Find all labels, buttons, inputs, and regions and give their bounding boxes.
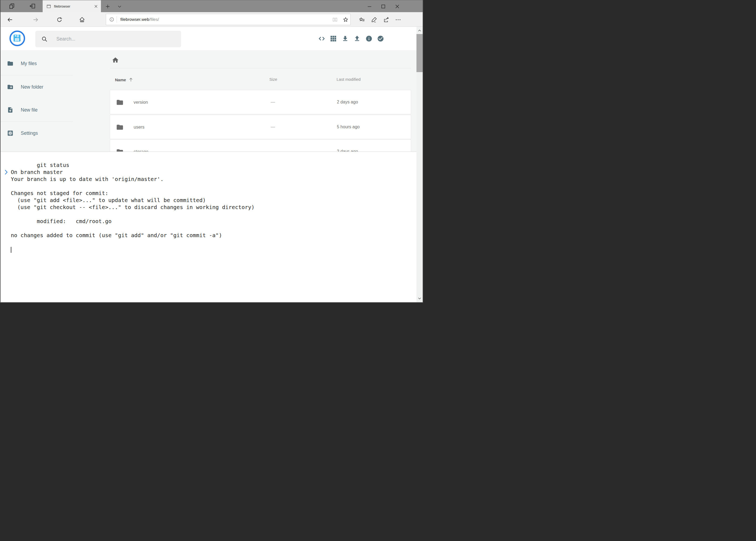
sidebar-item-label: New folder xyxy=(21,84,44,90)
folder-icon xyxy=(116,99,124,106)
terminal-line xyxy=(11,162,416,169)
web-note-pen-icon[interactable] xyxy=(371,16,377,23)
page-scrollbar[interactable] xyxy=(416,27,423,302)
url-path: /files/ xyxy=(149,17,159,22)
sidebar-item-new-file[interactable]: New file xyxy=(7,104,38,116)
address-separator xyxy=(117,16,117,23)
terminal-line: modified: cmd/root.go xyxy=(11,218,416,225)
sidebar-divider xyxy=(1,122,73,122)
prompt-chevron-icon xyxy=(4,155,37,189)
scroll-down-icon[interactable] xyxy=(417,296,422,300)
row-name: version xyxy=(133,90,148,114)
terminal-line: no changes added to commit (use "git add… xyxy=(11,232,416,239)
folder-icon xyxy=(7,60,14,67)
column-header-name[interactable]: Name xyxy=(115,77,133,82)
share-icon[interactable] xyxy=(383,16,389,23)
file-row-version[interactable]: version — 2 days ago xyxy=(110,90,411,114)
set-tabs-aside-icon[interactable] xyxy=(29,3,36,9)
row-size: — xyxy=(271,115,275,139)
tab-title: filebrowser xyxy=(54,5,94,8)
breadcrumb-divider xyxy=(110,68,411,68)
scrollbar-thumb[interactable] xyxy=(416,34,423,72)
address-bar[interactable]: filebrowser.web/files/ xyxy=(106,14,351,25)
minimize-button[interactable] xyxy=(364,0,376,12)
breadcrumb-home-icon[interactable] xyxy=(112,56,119,64)
back-icon[interactable] xyxy=(7,16,13,23)
page-icon xyxy=(46,4,51,9)
browser-window: filebrowser xyxy=(0,0,423,303)
column-label: Last modified xyxy=(337,77,361,82)
search-input[interactable] xyxy=(56,31,175,47)
terminal-line xyxy=(11,239,416,246)
row-size: — xyxy=(271,90,275,114)
code-view-icon[interactable] xyxy=(318,35,325,42)
row-name: users xyxy=(133,115,144,139)
grid-view-icon[interactable] xyxy=(330,35,337,42)
tab-bar: filebrowser xyxy=(1,0,423,12)
info-icon[interactable] xyxy=(366,35,373,42)
sidebar-item-settings[interactable]: Settings xyxy=(7,127,38,139)
terminal-line: (use "git add <file>..." to update what … xyxy=(11,197,416,204)
row-modified: 5 hours ago xyxy=(337,115,360,139)
file-row-users[interactable]: users — 5 hours ago xyxy=(110,115,411,139)
tab-close-icon[interactable] xyxy=(94,4,98,9)
hub-favorites-icon[interactable] xyxy=(359,16,365,23)
app-header xyxy=(1,27,416,50)
row-modified: 2 days ago xyxy=(337,90,358,114)
file-plus-icon xyxy=(7,107,14,113)
terminal-command-line: git status xyxy=(11,155,416,162)
gear-icon xyxy=(7,130,14,136)
upload-icon[interactable] xyxy=(354,35,361,42)
maximize-button[interactable] xyxy=(377,0,389,12)
download-icon[interactable] xyxy=(342,35,349,42)
terminal-line: On branch master xyxy=(11,169,416,176)
text-cursor xyxy=(11,247,11,253)
home-icon[interactable] xyxy=(79,16,85,23)
more-options-icon[interactable] xyxy=(395,16,401,23)
terminal-line xyxy=(11,211,416,218)
terminal-line: Changes not staged for commit: xyxy=(11,190,416,197)
tab-list-chevron-icon[interactable] xyxy=(116,0,124,12)
terminal-line xyxy=(11,225,416,232)
terminal-panel[interactable]: git status On branch master Your branch … xyxy=(1,152,416,302)
site-info-icon[interactable] xyxy=(109,17,115,22)
sidebar-divider xyxy=(1,75,73,75)
column-header-last-modified[interactable]: Last modified xyxy=(337,77,361,82)
column-label: Name xyxy=(115,78,126,82)
folder-icon xyxy=(116,124,124,131)
url-text: filebrowser.web/files/ xyxy=(121,17,159,22)
terminal-line: (use "git checkout -- <file>..." to disc… xyxy=(11,204,416,211)
column-header-size[interactable]: Size xyxy=(269,77,277,82)
sidebar-item-my-files[interactable]: My files xyxy=(7,58,37,69)
reading-view-icon[interactable] xyxy=(332,17,338,23)
select-check-icon[interactable] xyxy=(377,35,384,42)
terminal-line xyxy=(11,183,416,190)
favorite-star-icon[interactable] xyxy=(343,16,349,23)
terminal-line: Your branch is up to date with 'origin/m… xyxy=(11,176,416,183)
sidebar-item-label: Settings xyxy=(21,131,38,136)
new-tab-button[interactable] xyxy=(104,0,112,12)
sidebar-item-label: My files xyxy=(21,61,37,66)
close-button[interactable] xyxy=(391,0,403,12)
browser-toolbar: filebrowser.web/files/ xyxy=(1,12,423,27)
sidebar-item-new-folder[interactable]: New folder xyxy=(7,81,44,93)
page-viewport: My files New folder New file xyxy=(1,27,423,302)
url-domain: filebrowser.web xyxy=(121,17,149,22)
terminal-cursor-line xyxy=(11,246,416,253)
browser-tab[interactable]: filebrowser xyxy=(43,0,101,12)
forward-icon[interactable] xyxy=(32,16,39,23)
search-icon xyxy=(41,36,48,42)
search-bar[interactable] xyxy=(35,31,181,47)
tab-preview-icon[interactable] xyxy=(9,3,15,9)
filebrowser-logo[interactable] xyxy=(9,31,25,46)
refresh-icon[interactable] xyxy=(56,16,63,23)
floppy-disk-icon xyxy=(13,34,22,43)
sort-ascending-icon xyxy=(128,77,133,82)
scroll-up-icon[interactable] xyxy=(417,28,422,33)
column-label: Size xyxy=(269,77,277,82)
folder-plus-icon xyxy=(7,84,14,90)
terminal-command: git status xyxy=(37,162,69,168)
sidebar-item-label: New file xyxy=(21,107,38,113)
